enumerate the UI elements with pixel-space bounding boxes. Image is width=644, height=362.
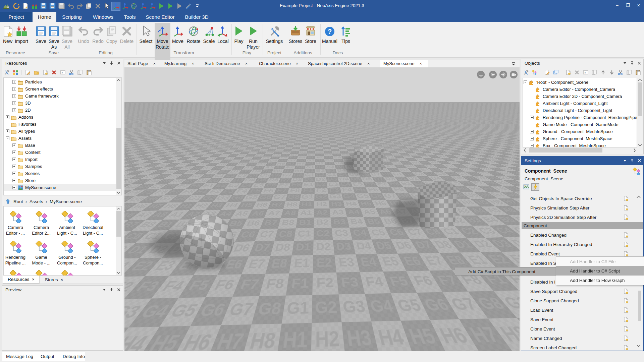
svg-text:?: ? [328,28,332,35]
svg-text:x: x [584,71,586,74]
svg-text:x: x [61,71,63,74]
